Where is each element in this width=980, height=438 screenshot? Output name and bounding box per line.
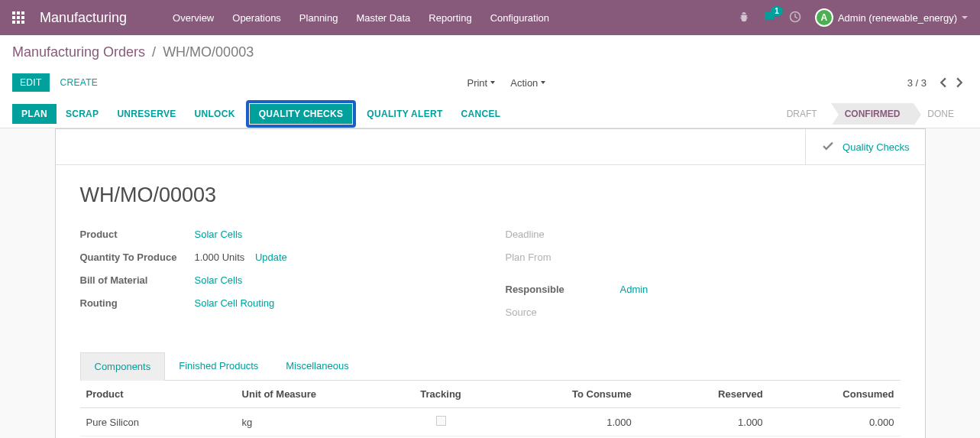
print-dropdown[interactable]: Print	[461, 73, 501, 92]
nav-master-data[interactable]: Master Data	[348, 8, 418, 28]
col-reserved[interactable]: Reserved	[638, 381, 769, 408]
value-routing[interactable]: Solar Cell Routing	[195, 297, 275, 309]
nav-operations[interactable]: Operations	[225, 8, 289, 28]
chevron-down-icon	[962, 16, 968, 19]
apps-icon[interactable]	[12, 11, 24, 24]
nav-menu: Overview Operations Planning Master Data…	[165, 8, 739, 28]
chat-badge: 1	[771, 6, 783, 16]
label-responsible: Responsible	[506, 284, 620, 295]
tab-finished-products[interactable]: Finished Products	[165, 352, 272, 380]
breadcrumb-root[interactable]: Manufacturing Orders	[12, 44, 145, 60]
value-qty: 1.000 Units	[195, 251, 245, 263]
status-confirmed[interactable]: CONFIRMED	[831, 103, 914, 125]
label-qty: Quantity To Produce	[80, 251, 195, 263]
col-to-consume[interactable]: To Consume	[490, 381, 637, 408]
quality-alert-button[interactable]: QUALITY ALERT	[357, 104, 451, 124]
record-title: WH/MO/00003	[80, 183, 901, 207]
table-row[interactable]: Pure Silicon kg 1.000 1.000 0.000	[80, 408, 901, 436]
cell-uom: kg	[236, 408, 392, 436]
form-sheet: Quality Checks WH/MO/00003 Product Solar…	[55, 128, 926, 438]
cell-reserved: 1.000	[638, 408, 769, 436]
label-routing: Routing	[80, 297, 195, 309]
top-nav: Manufacturing Overview Operations Planni…	[0, 0, 980, 35]
nav-planning[interactable]: Planning	[292, 8, 346, 28]
chevron-down-icon	[490, 81, 495, 84]
chevron-down-icon	[541, 81, 545, 84]
nav-right: 1 A Admin (renewable_energy)	[739, 8, 968, 27]
edit-button[interactable]: EDIT	[12, 73, 50, 92]
value-product[interactable]: Solar Cells	[195, 229, 243, 240]
value-responsible[interactable]: Admin	[620, 284, 648, 295]
cell-product: Pure Silicon	[80, 408, 236, 436]
nav-reporting[interactable]: Reporting	[421, 8, 479, 28]
tracking-checkbox[interactable]	[436, 416, 446, 426]
status-draft[interactable]: DRAFT	[773, 103, 831, 125]
chat-icon[interactable]: 1	[763, 11, 775, 25]
user-name: Admin (renewable_energy)	[838, 12, 957, 24]
plan-button[interactable]: PLAN	[12, 104, 57, 124]
tab-miscellaneous[interactable]: Miscellaneous	[272, 352, 362, 380]
unreserve-button[interactable]: UNRESERVE	[108, 104, 185, 124]
pager-count[interactable]: 3 / 3	[907, 77, 927, 89]
col-tracking[interactable]: Tracking	[392, 381, 490, 408]
user-menu[interactable]: A Admin (renewable_energy)	[815, 8, 968, 27]
scrap-button[interactable]: SCRAP	[57, 104, 108, 124]
breadcrumb: Manufacturing Orders / WH/MO/00003	[12, 44, 968, 60]
quality-checks-button[interactable]: QUALITY CHECKS	[250, 104, 353, 124]
check-icon	[821, 140, 835, 154]
avatar: A	[815, 8, 833, 27]
col-uom[interactable]: Unit of Measure	[236, 381, 392, 408]
value-bom[interactable]: Solar Cells	[195, 274, 243, 286]
components-table: Product Unit of Measure Tracking To Cons…	[80, 381, 901, 436]
cell-to-consume: 1.000	[490, 408, 637, 436]
app-title[interactable]: Manufacturing	[40, 10, 127, 26]
status-bar: DRAFT CONFIRMED DONE	[773, 103, 968, 125]
stat-quality-checks[interactable]: Quality Checks	[805, 129, 924, 164]
cell-consumed: 0.000	[769, 408, 901, 436]
breadcrumb-current: WH/MO/00003	[163, 44, 254, 60]
print-label: Print	[467, 77, 487, 89]
action-label: Action	[510, 77, 538, 89]
clock-icon[interactable]	[789, 11, 801, 25]
stat-quality-checks-label: Quality Checks	[843, 141, 909, 153]
form-sheet-bg: Quality Checks WH/MO/00003 Product Solar…	[0, 128, 980, 438]
label-plan-from: Plan From	[506, 251, 620, 263]
tabs: Components Finished Products Miscellaneo…	[80, 352, 901, 381]
cancel-button[interactable]: CANCEL	[452, 104, 510, 124]
control-panel: Manufacturing Orders / WH/MO/00003 EDIT …	[0, 35, 980, 128]
status-done[interactable]: DONE	[914, 103, 968, 125]
pager-prev[interactable]	[934, 74, 951, 91]
label-product: Product	[80, 229, 195, 240]
stat-buttons: Quality Checks	[56, 129, 925, 165]
nav-overview[interactable]: Overview	[165, 8, 222, 28]
create-button[interactable]: CREATE	[53, 73, 106, 92]
pager-next[interactable]	[951, 74, 968, 91]
update-qty-button[interactable]: Update	[255, 251, 287, 263]
cell-tracking	[392, 408, 490, 436]
action-dropdown[interactable]: Action	[504, 73, 551, 92]
label-source: Source	[506, 307, 620, 318]
nav-configuration[interactable]: Configuration	[483, 8, 557, 28]
tab-components[interactable]: Components	[80, 352, 166, 381]
unlock-button[interactable]: UNLOCK	[186, 104, 244, 124]
col-consumed[interactable]: Consumed	[769, 381, 901, 408]
label-bom: Bill of Material	[80, 274, 195, 286]
quality-checks-highlight: QUALITY CHECKS	[246, 100, 357, 128]
col-product[interactable]: Product	[80, 381, 236, 408]
bug-icon[interactable]	[739, 11, 749, 24]
label-deadline: Deadline	[506, 229, 620, 240]
breadcrumb-separator: /	[152, 44, 156, 60]
